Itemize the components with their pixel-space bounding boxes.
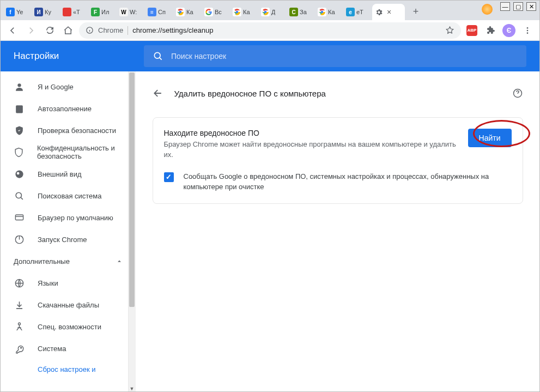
nav-reload-button[interactable] <box>42 23 57 38</box>
sidebar-item[interactable]: Система <box>1 337 132 359</box>
svg-point-19 <box>16 172 19 174</box>
tab-label: Ка <box>328 9 335 15</box>
sidebar-item-label: Браузер по умолчанию <box>38 214 113 222</box>
sidebar-item[interactable]: Скачанные файлы <box>1 294 132 316</box>
sidebar-icon <box>14 190 25 201</box>
browser-tab[interactable]: Ка <box>174 4 201 20</box>
url-scheme: Chrome <box>98 26 123 34</box>
sidebar-item[interactable]: Браузер по умолчанию <box>1 207 132 228</box>
profile-avatar[interactable]: Є <box>501 23 517 38</box>
settings-search[interactable] <box>144 45 526 67</box>
tab-favicon-icon <box>261 8 270 16</box>
update-indicator-icon[interactable] <box>482 4 493 15</box>
sidebar-item[interactable]: Языки <box>1 272 132 294</box>
site-info-icon[interactable] <box>86 26 94 34</box>
nav-home-button[interactable] <box>60 23 76 38</box>
cleanup-panel: Находите вредоносное ПО Браузер Chrome м… <box>153 117 523 204</box>
report-checkbox[interactable]: ✓ <box>164 172 174 182</box>
svg-point-13 <box>527 27 529 29</box>
browser-tab[interactable]: «Т <box>60 4 88 20</box>
sidebar-item[interactable]: Внешний вид <box>1 163 132 185</box>
sidebar-icon <box>14 343 25 354</box>
sidebar-item-label: Конфиденциальность и безопасность <box>37 144 132 160</box>
sidebar-scrollbar[interactable]: ▲ ▼ <box>128 71 136 392</box>
sidebar-reset-link[interactable]: Сброс настроек и <box>1 359 136 379</box>
window-minimize[interactable]: ― <box>500 2 510 11</box>
sidebar-item[interactable]: Автозаполнение <box>1 98 132 119</box>
tab-favicon-icon <box>176 8 185 16</box>
svg-point-5 <box>236 11 239 14</box>
svg-point-16 <box>154 52 160 58</box>
sidebar-item[interactable]: Запуск Chrome <box>1 228 132 250</box>
help-icon[interactable] <box>512 88 523 99</box>
section-desc: Браузер Chrome может найти вредоносные п… <box>164 140 459 160</box>
tab-label: Ye <box>16 9 23 15</box>
close-tab-icon[interactable]: × <box>385 8 393 16</box>
scroll-down-icon[interactable]: ▼ <box>128 385 136 392</box>
browser-tab[interactable]: WW: <box>117 4 144 20</box>
browser-tab[interactable]: ИКу <box>32 4 59 20</box>
settings-search-input[interactable] <box>171 52 518 61</box>
sidebar-item-label: Запуск Chrome <box>38 236 87 244</box>
svg-point-14 <box>527 29 529 31</box>
browser-tab[interactable]: fYe <box>4 4 31 20</box>
svg-point-11 <box>321 11 324 14</box>
tab-favicon-icon <box>204 8 213 16</box>
browser-tab[interactable]: Ка <box>315 4 343 20</box>
tab-label: Ка <box>186 9 193 15</box>
find-button[interactable]: Найти <box>468 129 512 147</box>
extensions-icon[interactable] <box>483 23 498 38</box>
browser-tab[interactable]: СЗа <box>287 4 314 20</box>
settings-title: Настройки <box>1 51 144 62</box>
svg-point-15 <box>527 32 529 34</box>
sidebar-item-label: Языки <box>38 279 58 287</box>
svg-point-8 <box>264 11 267 14</box>
settings-header: Настройки <box>1 41 539 71</box>
tab-favicon-icon <box>233 8 241 16</box>
new-tab-button[interactable]: + <box>408 4 423 19</box>
tab-favicon-icon: С <box>289 8 298 16</box>
back-arrow-icon[interactable] <box>153 88 163 99</box>
sidebar-item[interactable]: Проверка безопасности <box>1 119 132 141</box>
window-maximize[interactable]: ▢ <box>513 2 523 11</box>
tab-label: Сп <box>158 9 166 15</box>
sidebar-item[interactable]: Конфиденциальность и безопасность <box>1 141 132 163</box>
sidebar-item[interactable]: Спец. возможности <box>1 316 132 337</box>
settings-main: Удалить вредоносное ПО с компьютера Нахо… <box>136 71 539 392</box>
svg-rect-21 <box>15 214 23 220</box>
browser-tab[interactable]: FИл <box>89 4 116 20</box>
active-tab[interactable]: × <box>372 4 405 20</box>
kebab-menu-icon[interactable] <box>520 23 535 38</box>
nav-back-button[interactable] <box>5 23 20 38</box>
page-title: Удалить вредоносное ПО с компьютера <box>174 89 501 98</box>
tab-favicon-icon: f <box>6 8 15 16</box>
url-text: chrome://settings/cleanup <box>132 26 213 34</box>
browser-tab[interactable]: Вс <box>202 4 229 20</box>
section-heading: Находите вредоносное ПО <box>164 129 459 137</box>
sidebar-item[interactable]: Поисковая система <box>1 185 132 207</box>
sidebar-item-label: Спец. возможности <box>38 323 101 331</box>
sidebar-icon <box>14 125 25 136</box>
svg-point-20 <box>16 192 21 198</box>
address-bar[interactable]: Chrome chrome://settings/cleanup <box>79 22 461 39</box>
sidebar-group-advanced[interactable]: Дополнительные <box>1 250 136 272</box>
sidebar-item-label: Скачанные файлы <box>38 301 99 309</box>
browser-tab[interactable]: ≡Сп <box>145 4 173 20</box>
tab-label: Ил <box>101 9 109 15</box>
abp-extension-icon[interactable]: ABP <box>464 23 480 38</box>
gear-icon <box>374 8 383 16</box>
sidebar-item[interactable]: Я и Google <box>1 76 132 98</box>
browser-tab[interactable]: Ка <box>230 4 258 20</box>
divider <box>128 26 128 35</box>
browser-tab[interactable]: ееТ <box>344 4 371 20</box>
nav-forward-button[interactable] <box>23 23 39 38</box>
svg-point-25 <box>20 347 21 348</box>
browser-tab[interactable]: Д <box>259 4 286 20</box>
tab-label: W: <box>130 9 137 15</box>
bookmark-star-icon[interactable] <box>445 26 454 35</box>
search-icon <box>153 51 163 62</box>
window-close[interactable]: ✕ <box>526 2 536 11</box>
workspace: Я и GoogleАвтозаполнениеПроверка безопас… <box>1 71 539 392</box>
svg-point-2 <box>179 11 182 14</box>
sidebar-scroll-thumb[interactable] <box>129 73 135 307</box>
